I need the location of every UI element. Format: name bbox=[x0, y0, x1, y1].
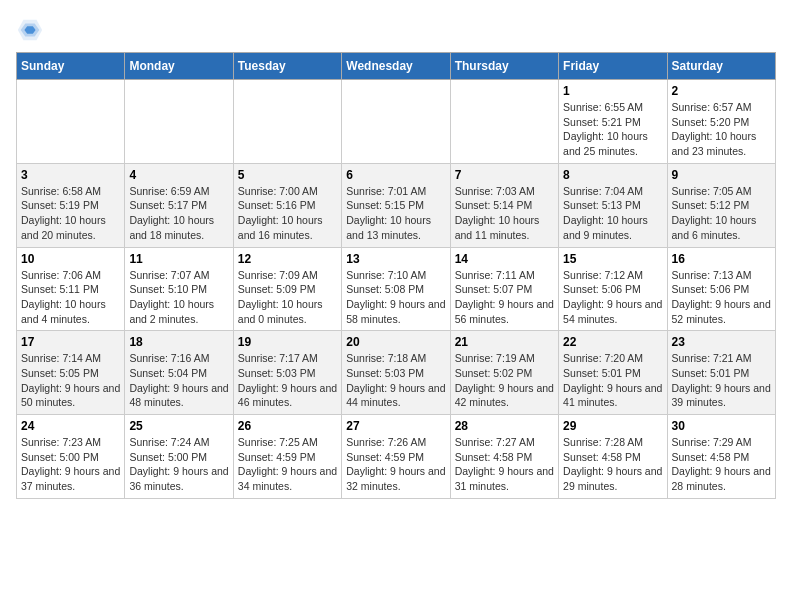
day-info: Sunrise: 7:06 AM Sunset: 5:11 PM Dayligh… bbox=[21, 268, 120, 327]
day-number: 16 bbox=[672, 252, 771, 266]
day-info: Sunrise: 7:28 AM Sunset: 4:58 PM Dayligh… bbox=[563, 435, 662, 494]
calendar-cell: 26Sunrise: 7:25 AM Sunset: 4:59 PM Dayli… bbox=[233, 415, 341, 499]
calendar-table: SundayMondayTuesdayWednesdayThursdayFrid… bbox=[16, 52, 776, 499]
day-info: Sunrise: 7:20 AM Sunset: 5:01 PM Dayligh… bbox=[563, 351, 662, 410]
calendar-cell bbox=[342, 80, 450, 164]
day-info: Sunrise: 6:58 AM Sunset: 5:19 PM Dayligh… bbox=[21, 184, 120, 243]
calendar-cell: 15Sunrise: 7:12 AM Sunset: 5:06 PM Dayli… bbox=[559, 247, 667, 331]
day-info: Sunrise: 7:12 AM Sunset: 5:06 PM Dayligh… bbox=[563, 268, 662, 327]
calendar-cell: 3Sunrise: 6:58 AM Sunset: 5:19 PM Daylig… bbox=[17, 163, 125, 247]
week-row-4: 17Sunrise: 7:14 AM Sunset: 5:05 PM Dayli… bbox=[17, 331, 776, 415]
calendar-cell: 30Sunrise: 7:29 AM Sunset: 4:58 PM Dayli… bbox=[667, 415, 775, 499]
day-info: Sunrise: 7:07 AM Sunset: 5:10 PM Dayligh… bbox=[129, 268, 228, 327]
calendar-cell: 13Sunrise: 7:10 AM Sunset: 5:08 PM Dayli… bbox=[342, 247, 450, 331]
calendar-cell: 8Sunrise: 7:04 AM Sunset: 5:13 PM Daylig… bbox=[559, 163, 667, 247]
calendar-cell: 12Sunrise: 7:09 AM Sunset: 5:09 PM Dayli… bbox=[233, 247, 341, 331]
day-info: Sunrise: 7:09 AM Sunset: 5:09 PM Dayligh… bbox=[238, 268, 337, 327]
calendar-cell: 1Sunrise: 6:55 AM Sunset: 5:21 PM Daylig… bbox=[559, 80, 667, 164]
calendar-cell: 2Sunrise: 6:57 AM Sunset: 5:20 PM Daylig… bbox=[667, 80, 775, 164]
weekday-header-saturday: Saturday bbox=[667, 53, 775, 80]
calendar-cell: 28Sunrise: 7:27 AM Sunset: 4:58 PM Dayli… bbox=[450, 415, 558, 499]
calendar-cell: 20Sunrise: 7:18 AM Sunset: 5:03 PM Dayli… bbox=[342, 331, 450, 415]
day-info: Sunrise: 7:29 AM Sunset: 4:58 PM Dayligh… bbox=[672, 435, 771, 494]
day-number: 23 bbox=[672, 335, 771, 349]
day-info: Sunrise: 7:27 AM Sunset: 4:58 PM Dayligh… bbox=[455, 435, 554, 494]
day-number: 26 bbox=[238, 419, 337, 433]
calendar-cell: 23Sunrise: 7:21 AM Sunset: 5:01 PM Dayli… bbox=[667, 331, 775, 415]
week-row-5: 24Sunrise: 7:23 AM Sunset: 5:00 PM Dayli… bbox=[17, 415, 776, 499]
weekday-header-monday: Monday bbox=[125, 53, 233, 80]
weekday-header-friday: Friday bbox=[559, 53, 667, 80]
calendar-cell bbox=[450, 80, 558, 164]
day-number: 21 bbox=[455, 335, 554, 349]
calendar-cell: 29Sunrise: 7:28 AM Sunset: 4:58 PM Dayli… bbox=[559, 415, 667, 499]
day-number: 20 bbox=[346, 335, 445, 349]
day-info: Sunrise: 6:55 AM Sunset: 5:21 PM Dayligh… bbox=[563, 100, 662, 159]
day-info: Sunrise: 7:04 AM Sunset: 5:13 PM Dayligh… bbox=[563, 184, 662, 243]
weekday-header-tuesday: Tuesday bbox=[233, 53, 341, 80]
day-info: Sunrise: 7:23 AM Sunset: 5:00 PM Dayligh… bbox=[21, 435, 120, 494]
day-info: Sunrise: 7:05 AM Sunset: 5:12 PM Dayligh… bbox=[672, 184, 771, 243]
day-info: Sunrise: 7:21 AM Sunset: 5:01 PM Dayligh… bbox=[672, 351, 771, 410]
calendar-cell: 25Sunrise: 7:24 AM Sunset: 5:00 PM Dayli… bbox=[125, 415, 233, 499]
calendar-cell bbox=[17, 80, 125, 164]
logo-icon bbox=[16, 16, 44, 44]
day-number: 1 bbox=[563, 84, 662, 98]
day-number: 27 bbox=[346, 419, 445, 433]
day-number: 8 bbox=[563, 168, 662, 182]
day-number: 11 bbox=[129, 252, 228, 266]
day-number: 14 bbox=[455, 252, 554, 266]
page-header bbox=[16, 16, 776, 44]
weekday-header-wednesday: Wednesday bbox=[342, 53, 450, 80]
day-number: 29 bbox=[563, 419, 662, 433]
day-number: 3 bbox=[21, 168, 120, 182]
day-number: 28 bbox=[455, 419, 554, 433]
calendar-cell bbox=[233, 80, 341, 164]
day-number: 18 bbox=[129, 335, 228, 349]
day-number: 5 bbox=[238, 168, 337, 182]
day-number: 24 bbox=[21, 419, 120, 433]
calendar-cell: 9Sunrise: 7:05 AM Sunset: 5:12 PM Daylig… bbox=[667, 163, 775, 247]
calendar-cell: 18Sunrise: 7:16 AM Sunset: 5:04 PM Dayli… bbox=[125, 331, 233, 415]
calendar-cell: 17Sunrise: 7:14 AM Sunset: 5:05 PM Dayli… bbox=[17, 331, 125, 415]
calendar-cell: 11Sunrise: 7:07 AM Sunset: 5:10 PM Dayli… bbox=[125, 247, 233, 331]
weekday-header-thursday: Thursday bbox=[450, 53, 558, 80]
day-info: Sunrise: 7:10 AM Sunset: 5:08 PM Dayligh… bbox=[346, 268, 445, 327]
day-info: Sunrise: 7:26 AM Sunset: 4:59 PM Dayligh… bbox=[346, 435, 445, 494]
day-info: Sunrise: 6:59 AM Sunset: 5:17 PM Dayligh… bbox=[129, 184, 228, 243]
calendar-cell: 4Sunrise: 6:59 AM Sunset: 5:17 PM Daylig… bbox=[125, 163, 233, 247]
day-number: 13 bbox=[346, 252, 445, 266]
day-number: 17 bbox=[21, 335, 120, 349]
day-info: Sunrise: 6:57 AM Sunset: 5:20 PM Dayligh… bbox=[672, 100, 771, 159]
calendar-cell: 16Sunrise: 7:13 AM Sunset: 5:06 PM Dayli… bbox=[667, 247, 775, 331]
calendar-cell: 6Sunrise: 7:01 AM Sunset: 5:15 PM Daylig… bbox=[342, 163, 450, 247]
logo bbox=[16, 16, 48, 44]
calendar-cell bbox=[125, 80, 233, 164]
calendar-cell: 5Sunrise: 7:00 AM Sunset: 5:16 PM Daylig… bbox=[233, 163, 341, 247]
day-info: Sunrise: 7:14 AM Sunset: 5:05 PM Dayligh… bbox=[21, 351, 120, 410]
day-number: 22 bbox=[563, 335, 662, 349]
calendar-cell: 22Sunrise: 7:20 AM Sunset: 5:01 PM Dayli… bbox=[559, 331, 667, 415]
week-row-2: 3Sunrise: 6:58 AM Sunset: 5:19 PM Daylig… bbox=[17, 163, 776, 247]
calendar-cell: 27Sunrise: 7:26 AM Sunset: 4:59 PM Dayli… bbox=[342, 415, 450, 499]
day-info: Sunrise: 7:16 AM Sunset: 5:04 PM Dayligh… bbox=[129, 351, 228, 410]
day-info: Sunrise: 7:13 AM Sunset: 5:06 PM Dayligh… bbox=[672, 268, 771, 327]
day-number: 10 bbox=[21, 252, 120, 266]
calendar-cell: 19Sunrise: 7:17 AM Sunset: 5:03 PM Dayli… bbox=[233, 331, 341, 415]
day-number: 7 bbox=[455, 168, 554, 182]
day-info: Sunrise: 7:19 AM Sunset: 5:02 PM Dayligh… bbox=[455, 351, 554, 410]
calendar-cell: 21Sunrise: 7:19 AM Sunset: 5:02 PM Dayli… bbox=[450, 331, 558, 415]
day-number: 25 bbox=[129, 419, 228, 433]
calendar-cell: 10Sunrise: 7:06 AM Sunset: 5:11 PM Dayli… bbox=[17, 247, 125, 331]
day-number: 4 bbox=[129, 168, 228, 182]
day-info: Sunrise: 7:25 AM Sunset: 4:59 PM Dayligh… bbox=[238, 435, 337, 494]
day-number: 15 bbox=[563, 252, 662, 266]
day-number: 19 bbox=[238, 335, 337, 349]
day-number: 6 bbox=[346, 168, 445, 182]
day-info: Sunrise: 7:01 AM Sunset: 5:15 PM Dayligh… bbox=[346, 184, 445, 243]
calendar-cell: 14Sunrise: 7:11 AM Sunset: 5:07 PM Dayli… bbox=[450, 247, 558, 331]
day-number: 12 bbox=[238, 252, 337, 266]
day-info: Sunrise: 7:03 AM Sunset: 5:14 PM Dayligh… bbox=[455, 184, 554, 243]
day-number: 9 bbox=[672, 168, 771, 182]
week-row-3: 10Sunrise: 7:06 AM Sunset: 5:11 PM Dayli… bbox=[17, 247, 776, 331]
